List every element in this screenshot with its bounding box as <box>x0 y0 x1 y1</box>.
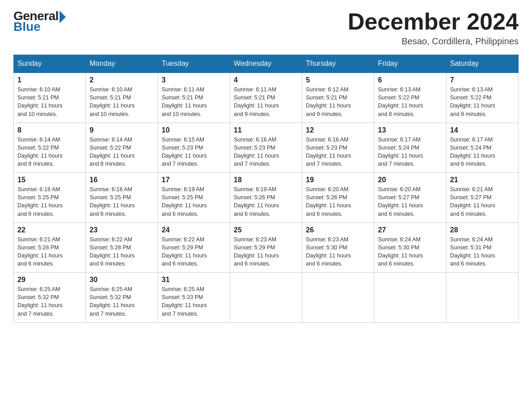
table-row <box>302 273 374 323</box>
day-info: Sunrise: 6:21 AMSunset: 5:27 PMDaylight:… <box>450 185 515 218</box>
day-number: 6 <box>378 76 442 84</box>
day-info: Sunrise: 6:11 AMSunset: 5:21 PMDaylight:… <box>162 86 226 118</box>
day-number: 19 <box>306 176 370 184</box>
day-number: 4 <box>234 76 298 84</box>
day-number: 20 <box>378 176 442 184</box>
table-row: 17Sunrise: 6:19 AMSunset: 5:25 PMDayligh… <box>158 173 230 223</box>
day-info: Sunrise: 6:18 AMSunset: 5:25 PMDaylight:… <box>90 185 154 218</box>
day-number: 9 <box>90 126 154 134</box>
day-number: 18 <box>234 176 298 184</box>
day-info: Sunrise: 6:13 AMSunset: 5:22 PMDaylight:… <box>378 86 442 118</box>
table-row: 28Sunrise: 6:24 AMSunset: 5:31 PMDayligh… <box>446 223 519 273</box>
day-number: 13 <box>378 126 442 134</box>
table-row: 20Sunrise: 6:20 AMSunset: 5:27 PMDayligh… <box>374 173 446 223</box>
day-info: Sunrise: 6:23 AMSunset: 5:29 PMDaylight:… <box>234 235 298 268</box>
day-info: Sunrise: 6:14 AMSunset: 5:22 PMDaylight:… <box>90 136 154 168</box>
logo: General Blue <box>13 9 66 34</box>
table-row: 18Sunrise: 6:19 AMSunset: 5:26 PMDayligh… <box>230 173 302 223</box>
calendar-header-row: Sunday Monday Tuesday Wednesday Thursday… <box>14 55 519 73</box>
day-info: Sunrise: 6:25 AMSunset: 5:32 PMDaylight:… <box>17 285 82 318</box>
calendar-week-row: 15Sunrise: 6:18 AMSunset: 5:25 PMDayligh… <box>14 173 519 223</box>
day-number: 17 <box>162 176 226 184</box>
day-number: 16 <box>90 176 154 184</box>
table-row: 8Sunrise: 6:14 AMSunset: 5:22 PMDaylight… <box>14 123 86 173</box>
day-number: 26 <box>306 226 370 234</box>
month-title: December 2024 <box>348 9 519 34</box>
table-row: 10Sunrise: 6:15 AMSunset: 5:23 PMDayligh… <box>158 123 230 173</box>
table-row: 31Sunrise: 6:25 AMSunset: 5:33 PMDayligh… <box>158 273 230 323</box>
day-info: Sunrise: 6:25 AMSunset: 5:32 PMDaylight:… <box>90 285 154 318</box>
day-info: Sunrise: 6:16 AMSunset: 5:23 PMDaylight:… <box>306 136 370 168</box>
table-row: 2Sunrise: 6:10 AMSunset: 5:21 PMDaylight… <box>86 73 158 123</box>
day-info: Sunrise: 6:17 AMSunset: 5:24 PMDaylight:… <box>378 136 442 168</box>
table-row: 19Sunrise: 6:20 AMSunset: 5:26 PMDayligh… <box>302 173 374 223</box>
day-number: 25 <box>234 226 298 234</box>
calendar-table: Sunday Monday Tuesday Wednesday Thursday… <box>13 55 519 323</box>
calendar-week-row: 1Sunrise: 6:10 AMSunset: 5:21 PMDaylight… <box>14 73 519 123</box>
table-row: 7Sunrise: 6:13 AMSunset: 5:22 PMDaylight… <box>446 73 519 123</box>
page-header: General Blue December 2024 Besao, Cordil… <box>13 9 519 47</box>
day-number: 8 <box>17 126 82 134</box>
day-info: Sunrise: 6:16 AMSunset: 5:23 PMDaylight:… <box>234 136 298 168</box>
day-number: 2 <box>90 76 154 84</box>
col-friday: Friday <box>374 55 446 73</box>
col-monday: Monday <box>86 55 158 73</box>
day-info: Sunrise: 6:22 AMSunset: 5:29 PMDaylight:… <box>162 235 226 268</box>
day-info: Sunrise: 6:19 AMSunset: 5:25 PMDaylight:… <box>162 185 226 218</box>
table-row: 11Sunrise: 6:16 AMSunset: 5:23 PMDayligh… <box>230 123 302 173</box>
day-info: Sunrise: 6:17 AMSunset: 5:24 PMDaylight:… <box>450 136 515 168</box>
table-row <box>374 273 446 323</box>
table-row <box>230 273 302 323</box>
day-number: 11 <box>234 126 298 134</box>
day-number: 14 <box>450 126 515 134</box>
day-number: 5 <box>306 76 370 84</box>
table-row: 14Sunrise: 6:17 AMSunset: 5:24 PMDayligh… <box>446 123 519 173</box>
table-row: 16Sunrise: 6:18 AMSunset: 5:25 PMDayligh… <box>86 173 158 223</box>
table-row: 9Sunrise: 6:14 AMSunset: 5:22 PMDaylight… <box>86 123 158 173</box>
day-number: 23 <box>90 226 154 234</box>
table-row: 5Sunrise: 6:12 AMSunset: 5:21 PMDaylight… <box>302 73 374 123</box>
day-number: 28 <box>450 226 515 234</box>
col-wednesday: Wednesday <box>230 55 302 73</box>
table-row: 1Sunrise: 6:10 AMSunset: 5:21 PMDaylight… <box>14 73 86 123</box>
day-number: 10 <box>162 126 226 134</box>
day-info: Sunrise: 6:13 AMSunset: 5:22 PMDaylight:… <box>450 86 515 118</box>
day-info: Sunrise: 6:20 AMSunset: 5:27 PMDaylight:… <box>378 185 442 218</box>
table-row: 3Sunrise: 6:11 AMSunset: 5:21 PMDaylight… <box>158 73 230 123</box>
calendar-week-row: 29Sunrise: 6:25 AMSunset: 5:32 PMDayligh… <box>14 273 519 323</box>
day-info: Sunrise: 6:24 AMSunset: 5:30 PMDaylight:… <box>378 235 442 268</box>
table-row: 21Sunrise: 6:21 AMSunset: 5:27 PMDayligh… <box>446 173 519 223</box>
calendar-week-row: 8Sunrise: 6:14 AMSunset: 5:22 PMDaylight… <box>14 123 519 173</box>
col-thursday: Thursday <box>302 55 374 73</box>
table-row: 13Sunrise: 6:17 AMSunset: 5:24 PMDayligh… <box>374 123 446 173</box>
table-row <box>446 273 519 323</box>
day-number: 27 <box>378 226 442 234</box>
day-info: Sunrise: 6:11 AMSunset: 5:21 PMDaylight:… <box>234 86 298 118</box>
table-row: 15Sunrise: 6:18 AMSunset: 5:25 PMDayligh… <box>14 173 86 223</box>
col-tuesday: Tuesday <box>158 55 230 73</box>
day-number: 1 <box>17 76 82 84</box>
table-row: 29Sunrise: 6:25 AMSunset: 5:32 PMDayligh… <box>14 273 86 323</box>
col-sunday: Sunday <box>14 55 86 73</box>
table-row: 25Sunrise: 6:23 AMSunset: 5:29 PMDayligh… <box>230 223 302 273</box>
day-info: Sunrise: 6:12 AMSunset: 5:21 PMDaylight:… <box>306 86 370 118</box>
day-number: 29 <box>17 276 82 284</box>
title-block: December 2024 Besao, Cordillera, Philipp… <box>348 9 519 47</box>
location-subtitle: Besao, Cordillera, Philippines <box>348 36 519 47</box>
day-info: Sunrise: 6:21 AMSunset: 5:28 PMDaylight:… <box>17 235 82 268</box>
day-number: 3 <box>162 76 226 84</box>
table-row: 23Sunrise: 6:22 AMSunset: 5:28 PMDayligh… <box>86 223 158 273</box>
day-info: Sunrise: 6:10 AMSunset: 5:21 PMDaylight:… <box>90 86 154 118</box>
day-info: Sunrise: 6:23 AMSunset: 5:30 PMDaylight:… <box>306 235 370 268</box>
table-row: 6Sunrise: 6:13 AMSunset: 5:22 PMDaylight… <box>374 73 446 123</box>
day-info: Sunrise: 6:20 AMSunset: 5:26 PMDaylight:… <box>306 185 370 218</box>
table-row: 22Sunrise: 6:21 AMSunset: 5:28 PMDayligh… <box>14 223 86 273</box>
table-row: 4Sunrise: 6:11 AMSunset: 5:21 PMDaylight… <box>230 73 302 123</box>
day-number: 7 <box>450 76 515 84</box>
day-info: Sunrise: 6:14 AMSunset: 5:22 PMDaylight:… <box>17 136 82 168</box>
day-info: Sunrise: 6:10 AMSunset: 5:21 PMDaylight:… <box>17 86 82 118</box>
day-number: 15 <box>17 176 82 184</box>
day-info: Sunrise: 6:18 AMSunset: 5:25 PMDaylight:… <box>17 185 82 218</box>
day-info: Sunrise: 6:19 AMSunset: 5:26 PMDaylight:… <box>234 185 298 218</box>
logo-blue-text: Blue <box>13 20 41 34</box>
